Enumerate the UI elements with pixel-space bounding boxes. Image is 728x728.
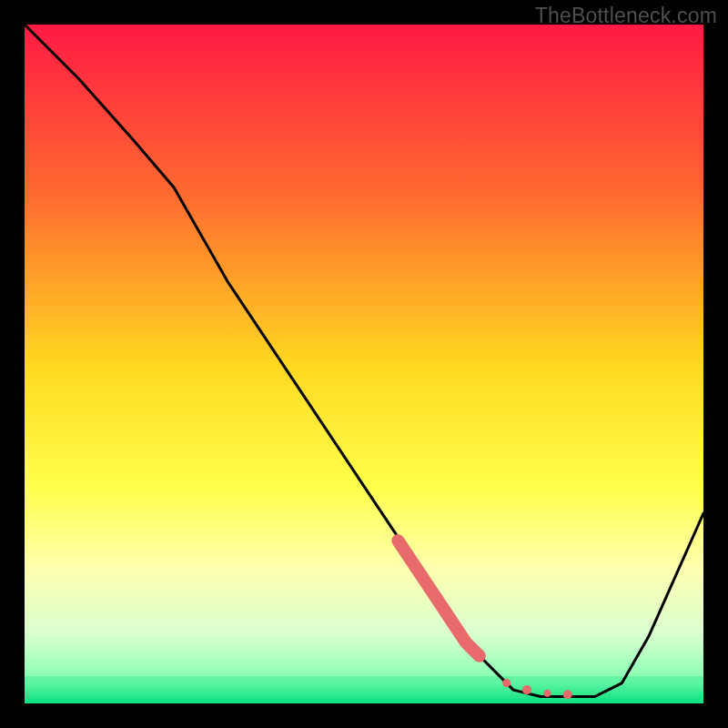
chart-frame: TheBottleneck.com <box>0 0 728 728</box>
chart-svg <box>25 25 703 703</box>
plot-area <box>25 25 703 703</box>
highlight-point-3 <box>563 690 572 699</box>
highlight-point-0 <box>502 679 511 687</box>
highlight-point-2 <box>543 690 551 697</box>
gradient-background <box>25 25 703 703</box>
highlight-point-1 <box>522 685 531 694</box>
optimal-band <box>25 676 703 703</box>
